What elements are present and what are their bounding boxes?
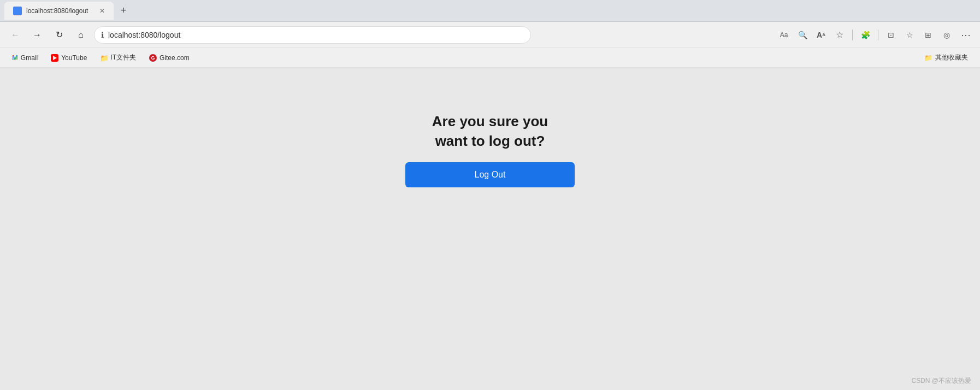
- sidebar-button[interactable]: ⊡: [883, 27, 899, 43]
- bookmark-youtube[interactable]: YouTube: [45, 52, 92, 64]
- font-button[interactable]: AA: [813, 27, 829, 43]
- folder-icon: 📁: [100, 54, 108, 62]
- forward-button[interactable]: →: [28, 26, 46, 44]
- search-button[interactable]: 🔍: [794, 27, 811, 43]
- bookmarks-right: 📁 其他收藏夹: [919, 51, 973, 64]
- active-tab[interactable]: localhost:8080/logout ✕: [4, 2, 114, 20]
- bookmark-it-folder[interactable]: 📁 IT文件夹: [95, 51, 141, 64]
- other-bookmarks-label: 其他收藏夹: [935, 53, 968, 62]
- tab-bar: localhost:8080/logout ✕ +: [0, 0, 980, 22]
- tab-close-btn[interactable]: ✕: [99, 7, 105, 15]
- translate-button[interactable]: Aa: [776, 27, 792, 43]
- other-folder-icon: 📁: [924, 54, 932, 62]
- url-bar[interactable]: ℹ localhost:8080/logout: [94, 26, 531, 44]
- address-bar: ← → ↻ ⌂ ℹ localhost:8080/logout Aa 🔍 AA …: [0, 22, 980, 48]
- bookmark-youtube-label: YouTube: [61, 54, 87, 62]
- tab-favicon: [13, 7, 22, 15]
- watermark: CSDN @不应该热爱: [911, 376, 971, 386]
- logout-button[interactable]: Log Out: [405, 162, 575, 187]
- address-actions: Aa 🔍 AA ☆ 🧩 ⊡ ☆ ⊞ ◎ ⋯: [776, 27, 973, 43]
- svg-point-0: [15, 9, 20, 13]
- tab-title: localhost:8080/logout: [26, 7, 88, 15]
- gmail-icon: M: [12, 54, 18, 62]
- other-bookmarks[interactable]: 📁 其他收藏夹: [919, 51, 973, 64]
- extensions-button[interactable]: 🧩: [857, 27, 873, 43]
- logout-container: Are you sure you want to log out? Log Ou…: [405, 111, 575, 187]
- star-button[interactable]: ☆: [831, 27, 848, 43]
- back-button[interactable]: ←: [7, 26, 24, 44]
- refresh-button[interactable]: ↻: [50, 26, 68, 44]
- bookmark-gmail[interactable]: M Gmail: [7, 51, 43, 64]
- more-button[interactable]: ⋯: [957, 27, 973, 43]
- screenshot-button[interactable]: ⊞: [920, 27, 936, 43]
- divider2: [878, 29, 878, 40]
- favorites-button[interactable]: ☆: [901, 27, 918, 43]
- bookmark-gmail-label: Gmail: [21, 54, 38, 62]
- info-icon: ℹ: [101, 31, 104, 39]
- bookmark-it-folder-label: IT文件夹: [110, 53, 136, 62]
- url-text: localhost:8080/logout: [108, 31, 524, 39]
- youtube-icon: [51, 54, 58, 62]
- divider: [852, 29, 853, 40]
- logout-question-line2: want to log out?: [435, 133, 545, 149]
- youtube-play-icon: [53, 56, 57, 60]
- copilot-button[interactable]: ◎: [938, 27, 955, 43]
- bookmark-gitee[interactable]: G Gitee.com: [144, 52, 195, 64]
- logout-question: Are you sure you want to log out?: [432, 111, 548, 151]
- page-content: Are you sure you want to log out? Log Ou…: [0, 68, 980, 390]
- new-tab-button[interactable]: +: [116, 3, 131, 19]
- browser-chrome: localhost:8080/logout ✕ + ← → ↻ ⌂ ℹ loca…: [0, 0, 980, 68]
- bookmarks-bar: M Gmail YouTube 📁 IT文件夹 G Gitee.com 📁 其他…: [0, 48, 980, 68]
- home-button[interactable]: ⌂: [72, 26, 90, 44]
- logout-question-line1: Are you sure you: [432, 113, 548, 129]
- gitee-icon: G: [149, 54, 157, 62]
- bookmark-gitee-label: Gitee.com: [160, 54, 190, 62]
